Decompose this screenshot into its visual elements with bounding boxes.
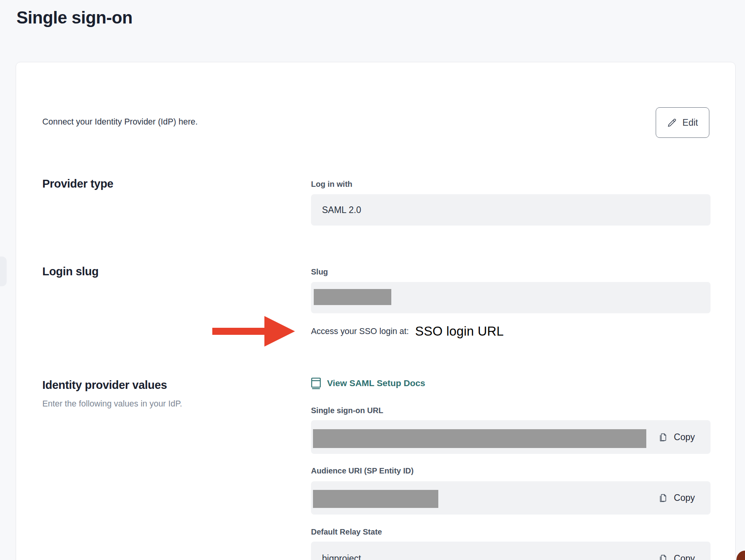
sso-url-label: Single sign-on URL (311, 406, 383, 415)
corner-annotation-wedge (736, 551, 745, 560)
idp-values-subheading: Enter the following values in your IdP. (42, 399, 182, 409)
annotation-arrow-head (264, 316, 295, 347)
copy-button-label: Copy (674, 493, 695, 503)
saml-docs-link[interactable]: View SAML Setup Docs (311, 378, 425, 389)
audience-uri-field: Copy (311, 481, 711, 515)
intro-text: Connect your Identity Provider (IdP) her… (42, 117, 198, 127)
login-with-label: Log in with (311, 180, 353, 189)
copy-relay-state-button[interactable]: Copy (658, 542, 695, 560)
sso-url-field: Copy (311, 420, 711, 454)
sso-login-url-annotation: SSO login URL (415, 324, 504, 339)
slug-label: Slug (311, 267, 328, 276)
default-relay-state-value: bigproject (322, 542, 361, 560)
slug-field (311, 282, 711, 313)
saml-docs-link-label: View SAML Setup Docs (327, 378, 425, 388)
copy-button-label: Copy (674, 553, 695, 560)
login-with-field: SAML 2.0 (311, 194, 711, 226)
redacted-value-bar (314, 289, 391, 305)
login-slug-heading: Login slug (42, 265, 99, 278)
login-with-value: SAML 2.0 (322, 194, 361, 226)
annotation-arrow (212, 328, 266, 335)
redacted-value-bar (313, 490, 438, 508)
edit-button-label: Edit (682, 117, 698, 128)
audience-uri-label: Audience URI (SP Entity ID) (311, 466, 414, 475)
copy-audience-uri-button[interactable]: Copy (658, 481, 695, 515)
copy-sso-url-button[interactable]: Copy (658, 420, 695, 454)
access-login-text: Access your SSO login at: (311, 327, 409, 336)
copy-button-label: Copy (674, 432, 695, 443)
page-title: Single sign-on (16, 8, 132, 27)
idp-values-heading: Identity provider values (42, 379, 167, 392)
default-relay-state-label: Default Relay State (311, 527, 382, 537)
default-relay-state-field: bigproject Copy (311, 542, 711, 560)
left-edge-drawer-handle[interactable] (0, 257, 7, 286)
edit-button[interactable]: Edit (656, 107, 709, 138)
copy-icon (658, 432, 668, 442)
copy-icon (658, 554, 668, 560)
sso-settings-card: Connect your Identity Provider (IdP) her… (16, 62, 736, 560)
copy-icon (658, 493, 668, 503)
docs-icon (311, 378, 321, 389)
provider-type-heading: Provider type (42, 177, 113, 190)
access-login-line: Access your SSO login at: SSO login URL (311, 322, 504, 341)
pencil-icon (667, 117, 677, 128)
redacted-value-bar (313, 429, 646, 448)
